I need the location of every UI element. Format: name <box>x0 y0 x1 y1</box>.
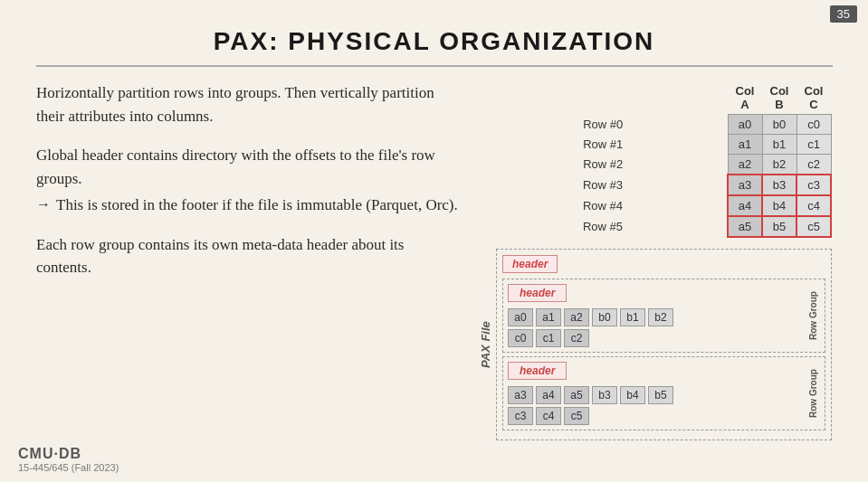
row-label-2: Row #2 <box>479 155 728 175</box>
row-label-5: Row #5 <box>479 216 728 237</box>
rg-2-data-row-2: c3 c4 c5 <box>508 407 803 425</box>
cell-b4: b4 <box>762 195 796 216</box>
rg-1-content: header a0 a1 a2 b0 b1 b2 c0 c1 <box>508 284 803 347</box>
cell-a5: a5 <box>728 216 762 237</box>
global-header-box: header <box>502 255 558 273</box>
cell-a4: a4 <box>728 195 762 216</box>
table-row: Row #4 a4 b4 c4 <box>479 195 831 216</box>
table-row: Row #1 a1 b1 c1 <box>479 135 831 155</box>
text-block-1: Horizontally partition rows into groups.… <box>36 81 461 128</box>
cell-rg2-a4: a4 <box>536 386 561 404</box>
text-block-3-content: Each row group contains its own meta-dat… <box>36 236 404 277</box>
cell-rg1-c2: c2 <box>564 329 589 347</box>
rg-2-header-label: header <box>508 362 567 380</box>
cell-c0: c0 <box>796 115 831 135</box>
text-block-3: Each row group contains its own meta-dat… <box>36 233 461 279</box>
cell-b2: b2 <box>762 155 796 175</box>
text-block-2-content: Global header contains directory with th… <box>36 144 461 190</box>
main-content: Horizontally partition rows into groups.… <box>0 81 868 440</box>
cell-a0: a0 <box>728 115 762 135</box>
cell-rg1-a1: a1 <box>536 308 561 326</box>
right-panel: Col A Col B Col C Row #0 a0 b0 c0 Row #1… <box>479 81 832 440</box>
rg-1-header-label: header <box>508 284 567 302</box>
pax-file-label: PAX File <box>479 249 492 440</box>
pax-diagram: PAX File header header a0 a1 a2 <box>479 249 832 440</box>
table-row: Row #2 a2 b2 c2 <box>479 155 831 175</box>
text-block-2: Global header contains directory with th… <box>36 144 461 217</box>
grid-header-col-c: Col C <box>796 81 831 115</box>
cell-b5: b5 <box>762 216 796 237</box>
grid-header-empty <box>479 81 728 115</box>
cell-b1: b1 <box>762 135 796 155</box>
cell-rg2-c3: c3 <box>508 407 533 425</box>
rg-1-side-label: Row Group <box>806 284 820 347</box>
table-row: Row #0 a0 b0 c0 <box>479 115 831 135</box>
text-block-1-content: Horizontally partition rows into groups.… <box>36 84 434 125</box>
table-row: Row #3 a3 b3 c3 <box>479 175 831 195</box>
brand-sub: 15-445/645 (Fall 2023) <box>18 462 119 473</box>
row-label-4: Row #4 <box>479 195 728 216</box>
cell-a3: a3 <box>728 175 762 195</box>
row-label-3: Row #3 <box>479 175 728 195</box>
rg-2-header-box: header <box>508 362 803 383</box>
row-label-1: Row #1 <box>479 135 728 155</box>
cell-rg2-a5: a5 <box>564 386 589 404</box>
slide-number: 35 <box>830 5 857 23</box>
cell-rg2-c5: c5 <box>564 407 589 425</box>
rg-2-data-row-1: a3 a4 a5 b3 b4 b5 <box>508 386 803 404</box>
cell-rg1-a0: a0 <box>508 308 533 326</box>
pax-global-header: header <box>502 255 825 279</box>
rg-1-data-row-2: c0 c1 c2 <box>508 329 803 347</box>
cell-rg1-c1: c1 <box>536 329 561 347</box>
grid-section: Col A Col B Col C Row #0 a0 b0 c0 Row #1… <box>479 81 832 238</box>
title-divider <box>36 65 833 67</box>
grid-header-col-b: Col B <box>762 81 796 115</box>
branding: CMU·DB 15-445/645 (Fall 2023) <box>18 446 119 473</box>
cell-rg2-b3: b3 <box>592 386 617 404</box>
cell-rg1-c0: c0 <box>508 329 533 347</box>
cell-b0: b0 <box>762 115 796 135</box>
rg-2-side-label: Row Group <box>806 362 820 425</box>
arrow-text: This is stored in the footer if the file… <box>56 194 458 217</box>
cell-rg1-a2: a2 <box>564 308 589 326</box>
cell-a2: a2 <box>728 155 762 175</box>
cell-c1: c1 <box>796 135 831 155</box>
brand-main: CMU·DB <box>18 446 119 462</box>
rg-1-data-row-1: a0 a1 a2 b0 b1 b2 <box>508 308 803 326</box>
cell-rg1-b2: b2 <box>648 308 673 326</box>
pax-grid-table: Col A Col B Col C Row #0 a0 b0 c0 Row #1… <box>479 81 832 238</box>
pax-inner-diagram: header header a0 a1 a2 b0 b1 <box>496 249 832 440</box>
slide-title: PAX: PHYSICAL ORGANIZATION <box>0 0 868 65</box>
cell-rg1-b1: b1 <box>620 308 645 326</box>
arrow-line: → This is stored in the footer if the fi… <box>36 194 461 217</box>
cell-a1: a1 <box>728 135 762 155</box>
table-row: Row #5 a5 b5 c5 <box>479 216 831 237</box>
cell-c2: c2 <box>796 155 831 175</box>
cell-rg2-a3: a3 <box>508 386 533 404</box>
cell-c5: c5 <box>796 216 831 237</box>
text-panel: Horizontally partition rows into groups.… <box>36 81 461 440</box>
rg-1-header-box: header <box>508 284 803 306</box>
arrow-symbol: → <box>36 194 51 215</box>
row-group-2: header a3 a4 a5 b3 b4 b5 c3 c4 <box>502 356 825 430</box>
rg-2-content: header a3 a4 a5 b3 b4 b5 c3 c4 <box>508 362 803 425</box>
cell-rg2-c4: c4 <box>536 407 561 425</box>
cell-c3: c3 <box>796 175 831 195</box>
cell-rg1-b0: b0 <box>592 308 617 326</box>
cell-c4: c4 <box>796 195 831 216</box>
cell-rg2-b4: b4 <box>620 386 645 404</box>
row-label-0: Row #0 <box>479 115 728 135</box>
grid-header-col-a: Col A <box>728 81 762 115</box>
cell-b3: b3 <box>762 175 796 195</box>
row-group-1: header a0 a1 a2 b0 b1 b2 c0 c1 <box>502 279 825 353</box>
cell-rg2-b5: b5 <box>648 386 673 404</box>
